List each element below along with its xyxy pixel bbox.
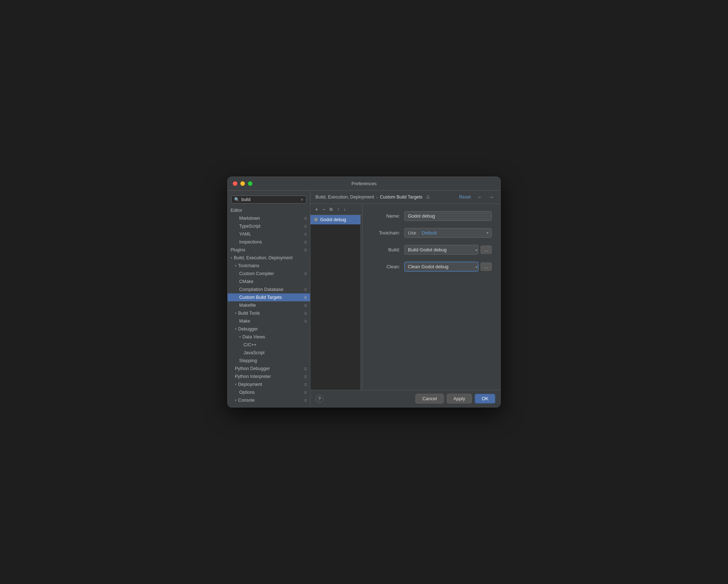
build-ellipsis-button[interactable]: … bbox=[481, 246, 492, 254]
name-input[interactable] bbox=[404, 211, 492, 221]
name-label: Name: bbox=[371, 213, 400, 219]
config-area: + − ⧉ ↑ ↓ ⚙ Godot debug bbox=[310, 204, 500, 390]
collapse-arrow-icon: ▾ bbox=[235, 327, 237, 331]
sidebar-item-editor[interactable]: Editor bbox=[228, 206, 310, 214]
copy-target-button[interactable]: ⧉ bbox=[328, 206, 335, 213]
sidebar-item-python-interpreter[interactable]: Python Interpreter ☰ bbox=[228, 373, 310, 380]
sidebar-item-compilation-db[interactable]: Compilation Database ☰ bbox=[228, 286, 310, 293]
move-down-button[interactable]: ↓ bbox=[342, 206, 347, 213]
forward-button[interactable]: → bbox=[487, 193, 495, 201]
sidebar-label: Makefile bbox=[239, 303, 302, 308]
sidebar-label: Deployment bbox=[238, 382, 302, 387]
sidebar-item-plugins[interactable]: Plugins ☰ bbox=[228, 246, 310, 254]
sidebar-item-options[interactable]: Options ☰ bbox=[228, 388, 310, 396]
name-row: Name: bbox=[371, 211, 492, 221]
sidebar-label: Plugins bbox=[231, 247, 302, 252]
breadcrumb: Build, Execution, Deployment › Custom Bu… bbox=[315, 195, 455, 200]
toolchain-row: Toolchain: Use Default ▾ bbox=[371, 228, 492, 238]
settings-icon: ☰ bbox=[304, 398, 307, 402]
sidebar-item-deployment[interactable]: ▾ Deployment ☰ bbox=[228, 380, 310, 388]
build-row: Build: Build Godot debug ▾ … bbox=[371, 245, 492, 255]
sidebar-label: Python Interpreter bbox=[235, 374, 302, 379]
sidebar-item-cplusplus[interactable]: C/C++ bbox=[228, 341, 310, 349]
sidebar-item-makefile[interactable]: Makefile ☰ bbox=[228, 301, 310, 309]
collapse-arrow-icon: ▾ bbox=[235, 311, 237, 315]
sidebar-item-markdown[interactable]: Markdown ☰ bbox=[228, 214, 310, 222]
sidebar-label: C/C++ bbox=[244, 342, 307, 347]
build-select[interactable]: Build Godot debug bbox=[404, 245, 478, 255]
search-clear-icon[interactable]: ✕ bbox=[300, 197, 304, 202]
ok-button[interactable]: OK bbox=[475, 394, 495, 403]
chevron-down-icon: ▾ bbox=[487, 231, 488, 235]
settings-icon: ☰ bbox=[304, 375, 307, 379]
sidebar-item-javascript[interactable]: JavaScript bbox=[228, 349, 310, 357]
clean-label: Clean: bbox=[371, 264, 400, 269]
settings-icon: ☰ bbox=[304, 319, 307, 323]
panel-header: Build, Execution, Deployment › Custom Bu… bbox=[310, 191, 500, 204]
clean-select-wrapper: Clean Godot debug ▾ … bbox=[404, 262, 492, 272]
sidebar-item-python-debugger[interactable]: Python Debugger ☰ bbox=[228, 365, 310, 373]
sidebar-item-debugger[interactable]: ▾ Debugger bbox=[228, 325, 310, 333]
move-up-button[interactable]: ↑ bbox=[335, 206, 341, 213]
maximize-button[interactable] bbox=[248, 181, 252, 186]
sidebar-label: Data Views bbox=[242, 334, 307, 339]
bottom-bar: ? Cancel Apply OK bbox=[310, 390, 500, 407]
sidebar-item-build-tools[interactable]: ▾ Build Tools ☰ bbox=[228, 309, 310, 317]
settings-icon: ☰ bbox=[304, 272, 307, 276]
sidebar-label: Python Debugger bbox=[235, 366, 302, 371]
sidebar-item-custom-compiler[interactable]: Custom Compiler ☰ bbox=[228, 270, 310, 278]
sidebar-item-yaml[interactable]: YAML ☰ bbox=[228, 230, 310, 238]
back-button[interactable]: ← bbox=[476, 193, 484, 201]
sidebar-label: Console bbox=[238, 398, 302, 403]
clean-ellipsis-button[interactable]: … bbox=[481, 263, 492, 271]
sidebar-item-build-exec[interactable]: ▾ Build, Execution, Deployment bbox=[228, 254, 310, 262]
sidebar-label: Debugger bbox=[238, 327, 307, 332]
sidebar-item-typescript[interactable]: TypeScript ☰ bbox=[228, 222, 310, 230]
target-item-godot-debug[interactable]: ⚙ Godot debug bbox=[310, 215, 360, 224]
cancel-button[interactable]: Cancel bbox=[415, 394, 443, 403]
settings-icon: ☰ bbox=[304, 248, 307, 252]
minimize-button[interactable] bbox=[240, 181, 245, 186]
header-actions: Reset ← → bbox=[458, 193, 495, 201]
sidebar-item-cmake[interactable]: CMake bbox=[228, 278, 310, 286]
apply-button[interactable]: Apply bbox=[447, 394, 472, 403]
sidebar-label: Toolchains bbox=[238, 263, 307, 268]
sidebar-item-console[interactable]: ▾ Console ☰ bbox=[228, 396, 310, 404]
sidebar-label: Markdown bbox=[239, 216, 302, 221]
add-target-button[interactable]: + bbox=[313, 205, 320, 213]
collapse-arrow-icon: ▾ bbox=[235, 383, 237, 386]
target-list: ⚙ Godot debug bbox=[310, 215, 361, 390]
breadcrumb-parent[interactable]: Build, Execution, Deployment bbox=[315, 195, 374, 200]
settings-icon: ☰ bbox=[304, 296, 307, 300]
breadcrumb-separator: › bbox=[376, 195, 378, 199]
search-icon: 🔍 bbox=[234, 197, 240, 202]
reset-button[interactable]: Reset bbox=[458, 194, 472, 200]
toolchain-label: Toolchain: bbox=[371, 230, 400, 236]
remove-target-button[interactable]: − bbox=[320, 205, 327, 213]
search-container: 🔍 ✕ bbox=[228, 193, 310, 206]
sidebar-item-data-views[interactable]: ▾ Data Views bbox=[228, 333, 310, 341]
collapse-arrow-icon: ▾ bbox=[239, 335, 241, 339]
help-button[interactable]: ? bbox=[315, 395, 323, 403]
target-label: Godot debug bbox=[320, 217, 346, 222]
search-input[interactable] bbox=[241, 197, 299, 202]
toolbar: + − ⧉ ↑ ↓ bbox=[310, 204, 362, 215]
sidebar-label: YAML bbox=[239, 232, 302, 237]
sidebar-label: CMake bbox=[239, 279, 307, 284]
sidebar-item-stepping[interactable]: Stepping bbox=[228, 357, 310, 365]
build-label: Build: bbox=[371, 247, 400, 252]
clean-select[interactable]: Clean Godot debug bbox=[404, 262, 478, 272]
close-button[interactable] bbox=[233, 181, 237, 186]
right-panel: Build, Execution, Deployment › Custom Bu… bbox=[310, 191, 500, 407]
collapse-arrow-icon: ▾ bbox=[235, 264, 237, 268]
sidebar-item-toolchains[interactable]: ▾ Toolchains bbox=[228, 262, 310, 270]
sidebar-label: Compilation Database bbox=[239, 287, 302, 292]
toolchain-select[interactable]: Use Default ▾ bbox=[404, 228, 492, 238]
clean-row: Clean: Clean Godot debug ▾ … bbox=[371, 262, 492, 272]
collapse-arrow-icon: ▾ bbox=[231, 256, 232, 260]
settings-icon: ☰ bbox=[304, 304, 307, 307]
sidebar-item-custom-build-targets[interactable]: Custom Build Targets ☰ bbox=[228, 293, 310, 301]
sidebar-item-make[interactable]: Make ☰ bbox=[228, 317, 310, 325]
sidebar-item-inspections[interactable]: Inspections ☰ bbox=[228, 238, 310, 246]
preferences-window: Preferences 🔍 ✕ Editor Markdown ☰ bbox=[227, 177, 501, 407]
